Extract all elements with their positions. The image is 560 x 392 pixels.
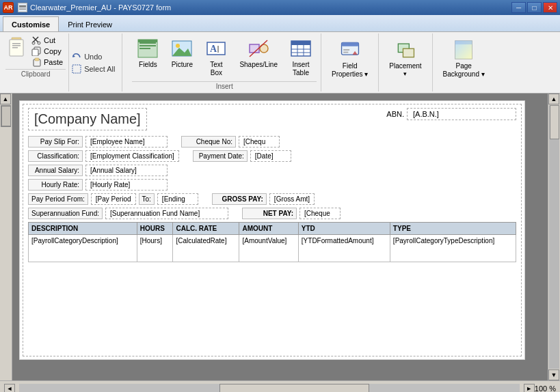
classification-col: Classification: [Employment Classificati… (28, 150, 179, 162)
insert-table-button[interactable]: InsertTable (285, 35, 317, 80)
svg-rect-1 (19, 8, 26, 8)
svg-rect-47 (455, 41, 472, 44)
close-button[interactable]: ✕ (543, 2, 557, 13)
field-properties-group: FieldProperties ▾ (321, 33, 379, 92)
payslip-row2: Classification: [Employment Classificati… (28, 150, 516, 162)
table-row: [PayrollCategoryDescription] [Hours] [Ca… (29, 235, 516, 262)
annual-salary-label: Annual Salary: (28, 165, 83, 176)
super-fund-col: Superannuation Fund: [Superannuation Fun… (28, 208, 228, 219)
cut-button[interactable]: Cut (29, 35, 66, 46)
payment-date-label: Payment Date: (193, 150, 248, 162)
shapes-line-button[interactable]: Shapes/Line (235, 35, 282, 72)
copy-label: Copy (44, 47, 62, 55)
cut-label: Cut (44, 36, 55, 44)
svg-rect-44 (403, 48, 414, 57)
text-box-label: TextBox (210, 61, 222, 77)
payment-date-col: Payment Date: [Date] (193, 150, 291, 162)
paste-label-button[interactable]: Paste (29, 57, 66, 68)
shapes-line-icon (248, 38, 269, 59)
insert-table-label: InsertTable (292, 61, 309, 77)
svg-rect-0 (19, 5, 26, 7)
tab-print-preview[interactable]: Print Preview (59, 17, 121, 31)
app-icon: AR (3, 2, 14, 13)
select-all-label: Select All (84, 65, 115, 73)
ribbon-tabs: Customise Print Preview (0, 15, 560, 32)
fields-icon (137, 38, 159, 59)
classification-label: Classification: (28, 150, 83, 162)
svg-rect-17 (72, 65, 81, 73)
shapes-line-label: Shapes/Line (239, 61, 278, 69)
cell-calc-rate: [CalculatedRate] (173, 235, 239, 262)
classification-value: [Employment Classification] (85, 150, 179, 162)
svg-rect-20 (139, 45, 156, 46)
paste-text-label: Paste (44, 58, 63, 66)
right-scrollbar: ▲ ▼ (548, 94, 560, 380)
abn-row: ABN. [A.B.N.] (386, 108, 516, 120)
payslip-row1: Pay Slip For: [Employee Name] Cheque No:… (28, 136, 516, 148)
maximize-button[interactable]: □ (527, 2, 542, 13)
clipboard-items: Cut Copy Paste (29, 35, 66, 68)
text-box-button[interactable]: A TextBox (200, 35, 232, 80)
super-fund-label: Superannuation Fund: (28, 208, 103, 219)
insert-table-icon (290, 38, 312, 59)
hourly-rate-row: Hourly Rate: [Hourly Rate] (28, 179, 516, 191)
cell-ytd: [YTDFormattedAmount] (298, 235, 390, 262)
svg-rect-2 (19, 9, 26, 10)
placement-button[interactable]: Placement ▾ (384, 36, 426, 80)
page-background-button[interactable]: PageBackground ▾ (438, 36, 490, 81)
to-label: To: (139, 193, 155, 205)
svg-rect-15 (35, 58, 39, 61)
content-area[interactable]: [Company Name] ABN. [A.B.N.] Pay Slip Fo… (12, 94, 548, 380)
col-type: TYPE (390, 223, 516, 235)
paste-button[interactable] (5, 35, 27, 62)
page-background-label: PageBackground ▾ (443, 62, 485, 79)
ribbon: Customise Print Preview (0, 15, 560, 94)
vertical-scroll-thumb[interactable] (1, 106, 11, 126)
col-hours: HOURS (137, 223, 173, 235)
company-name: [Company Name] (28, 108, 147, 130)
picture-icon (171, 38, 193, 59)
undo-button[interactable]: Undo (69, 51, 118, 63)
select-all-button[interactable]: Select All (69, 63, 118, 75)
svg-text:A: A (210, 44, 217, 54)
cell-hours: [Hours] (137, 235, 173, 262)
picture-label: Picture (172, 61, 193, 69)
placement-icon (395, 39, 416, 61)
system-menu-icon[interactable] (18, 3, 27, 12)
fields-button[interactable]: Fields (132, 35, 163, 72)
placement-dropdown-arrow: ▾ (403, 70, 407, 77)
quick-actions: Undo Select All (69, 33, 122, 92)
cell-type: [PayrollCategoryTypeDescription] (390, 235, 516, 262)
left-panel: ▲ (0, 94, 12, 380)
svg-rect-22 (138, 40, 157, 42)
scroll-right-button[interactable]: ► (524, 384, 535, 393)
pay-period-label: Pay Period From: (28, 193, 88, 205)
h-scroll-thumb[interactable] (219, 384, 370, 393)
undo-label: Undo (84, 53, 102, 61)
tab-customise[interactable]: Customise (3, 16, 59, 31)
scroll-down-right-button[interactable]: ▼ (548, 369, 559, 380)
v-scroll-thumb-right[interactable] (550, 105, 559, 139)
zoom-level: 100 % (535, 384, 556, 393)
v-scroll-track-right (549, 105, 559, 369)
clipboard-label: Clipboard (5, 69, 66, 78)
field-properties-button[interactable]: FieldProperties ▾ (327, 36, 373, 81)
minimize-button[interactable]: ─ (511, 2, 526, 13)
svg-rect-13 (32, 49, 38, 56)
ribbon-content: Cut Copy Paste (0, 32, 560, 93)
scroll-left-button[interactable]: ◄ (4, 384, 15, 393)
scroll-up-right-button[interactable]: ▲ (548, 94, 559, 104)
copy-button[interactable]: Copy (29, 46, 66, 57)
insert-items: Fields Picture (132, 35, 317, 80)
picture-button[interactable]: Picture (166, 35, 198, 72)
annual-salary-value: [Annual Salary] (85, 165, 168, 176)
pay-period-row: Pay Period From: [Pay Period To: [Ending… (28, 193, 516, 205)
horizontal-scroll: ◄ ► (4, 384, 535, 393)
scroll-up-button[interactable]: ▲ (0, 94, 11, 104)
placement-label: Placement (389, 62, 421, 70)
gross-pay-value: [Gross Amt] (269, 193, 315, 205)
super-fund-value: [Superannuation Fund Name] (105, 208, 228, 219)
page-background-group: PageBackground ▾ (433, 33, 495, 92)
svg-rect-21 (139, 48, 150, 49)
payslip-for-col: Pay Slip For: [Employee Name] (28, 136, 168, 148)
